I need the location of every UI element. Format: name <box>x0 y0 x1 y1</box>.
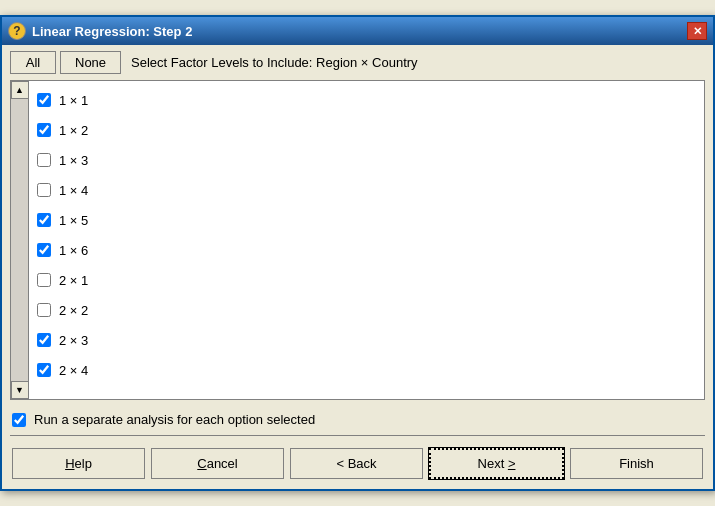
list-item: 1 × 6 <box>29 235 704 265</box>
list-item: 1 × 1 <box>29 85 704 115</box>
checkbox-label-cb1[interactable]: 1 × 1 <box>59 93 88 108</box>
checkbox-cb4[interactable] <box>37 183 51 197</box>
next-label: Next > <box>478 456 516 471</box>
all-button[interactable]: All <box>10 51 56 74</box>
finish-button[interactable]: Finish <box>570 448 703 479</box>
close-button[interactable]: ✕ <box>687 22 707 40</box>
list-item: 2 × 3 <box>29 325 704 355</box>
scroll-up-button[interactable]: ▲ <box>11 81 29 99</box>
checkbox-cb2[interactable] <box>37 123 51 137</box>
checkbox-cb8[interactable] <box>37 303 51 317</box>
checkbox-cb1[interactable] <box>37 93 51 107</box>
checkbox-label-cb6[interactable]: 1 × 6 <box>59 243 88 258</box>
checkbox-label-cb4[interactable]: 1 × 4 <box>59 183 88 198</box>
button-row: Help Cancel < Back Next > Finish <box>2 444 713 489</box>
title-bar-left: ? Linear Regression: Step 2 <box>8 22 192 40</box>
checkbox-label-cb2[interactable]: 1 × 2 <box>59 123 88 138</box>
checkbox-list: 1 × 11 × 21 × 31 × 41 × 51 × 62 × 12 × 2… <box>29 81 704 399</box>
run-separate-checkbox[interactable] <box>12 413 26 427</box>
instruction-label: Select Factor Levels to Include: Region … <box>131 55 418 70</box>
run-separate-label[interactable]: Run a separate analysis for each option … <box>34 412 315 427</box>
list-item: 1 × 3 <box>29 145 704 175</box>
separator <box>10 435 705 436</box>
dialog-window: ? Linear Regression: Step 2 ✕ All None S… <box>0 15 715 491</box>
title-bar: ? Linear Regression: Step 2 ✕ <box>2 17 713 45</box>
checkbox-cb3[interactable] <box>37 153 51 167</box>
checkbox-cb5[interactable] <box>37 213 51 227</box>
list-item: 1 × 4 <box>29 175 704 205</box>
finish-label: Finish <box>619 456 654 471</box>
checkbox-label-cb5[interactable]: 1 × 5 <box>59 213 88 228</box>
list-item: 2 × 4 <box>29 355 704 385</box>
content-area: ▲ ▼ 1 × 11 × 21 × 31 × 41 × 51 × 62 × 12… <box>10 80 705 400</box>
back-label: < Back <box>336 456 376 471</box>
checkbox-label-cb10[interactable]: 2 × 4 <box>59 363 88 378</box>
list-item: 2 × 1 <box>29 265 704 295</box>
next-button[interactable]: Next > <box>429 448 564 479</box>
cancel-button[interactable]: Cancel <box>151 448 284 479</box>
checkbox-label-cb7[interactable]: 2 × 1 <box>59 273 88 288</box>
help-underline: Help <box>65 456 92 471</box>
scroll-track <box>11 99 28 381</box>
checkbox-label-cb9[interactable]: 2 × 3 <box>59 333 88 348</box>
back-button[interactable]: < Back <box>290 448 423 479</box>
checkbox-cb10[interactable] <box>37 363 51 377</box>
list-item: 2 × 2 <box>29 295 704 325</box>
checkbox-label-cb8[interactable]: 2 × 2 <box>59 303 88 318</box>
cancel-underline: Cancel <box>197 456 237 471</box>
title-text: Linear Regression: Step 2 <box>32 24 192 39</box>
checkbox-label-cb3[interactable]: 1 × 3 <box>59 153 88 168</box>
dialog-icon: ? <box>8 22 26 40</box>
scrollbar: ▲ ▼ <box>11 81 29 399</box>
scroll-down-button[interactable]: ▼ <box>11 381 29 399</box>
help-button[interactable]: Help <box>12 448 145 479</box>
none-button[interactable]: None <box>60 51 121 74</box>
checkbox-cb7[interactable] <box>37 273 51 287</box>
list-item: 1 × 2 <box>29 115 704 145</box>
toolbar: All None Select Factor Levels to Include… <box>2 45 713 80</box>
checkbox-cb9[interactable] <box>37 333 51 347</box>
list-item: 1 × 5 <box>29 205 704 235</box>
checkbox-cb6[interactable] <box>37 243 51 257</box>
run-separate-row: Run a separate analysis for each option … <box>2 404 713 435</box>
